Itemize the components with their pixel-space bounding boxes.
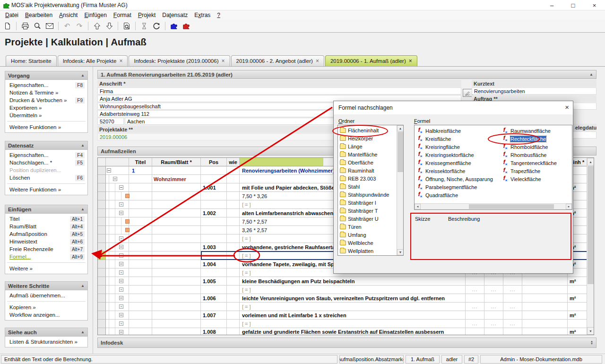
cell-raum[interactable] [152, 166, 201, 175]
cell-wie[interactable] [227, 320, 240, 328]
sidebar-item-freie-rechenzeile[interactable]: Freie RechenzeileAlt+7 [5, 245, 87, 253]
workflow-blue-puzzle-icon[interactable] [168, 21, 180, 31]
tree-cell[interactable]: » [106, 303, 129, 311]
folder-item-oberfläche[interactable]: Oberfläche [338, 158, 396, 166]
panel-header[interactable]: Einfügen▲ [5, 205, 87, 214]
tree-cell[interactable] [106, 311, 129, 320]
cell-d[interactable] [484, 277, 503, 286]
row-selector[interactable] [98, 217, 106, 226]
formula-item-öffnung-nische-aussparung[interactable]: f×Öffnung, Nische, Aussparung [415, 175, 500, 183]
tree-cell[interactable] [106, 175, 129, 183]
folder-item-wellbleche[interactable]: Wellbleche [338, 239, 396, 247]
cell-wie[interactable] [227, 183, 240, 192]
cell-d[interactable] [466, 294, 484, 303]
cell-pos[interactable] [201, 217, 227, 226]
tab-2019-00006-1-aufma-adler-[interactable]: 2019.00006 - 1. Aufmaß (adler)× [325, 55, 417, 66]
tree-collapse-icon[interactable] [119, 279, 123, 283]
cell-einh[interactable]: m² [568, 277, 588, 286]
cell-titel[interactable] [129, 311, 152, 320]
cell-raum[interactable] [152, 269, 201, 277]
sidebar-item-weitere-funktionen-[interactable]: Weitere Funktionen » [5, 186, 87, 193]
scroll-up-icon[interactable]: ▲ [587, 158, 594, 165]
cell-raum[interactable] [152, 286, 201, 294]
sidebar-item-löschen[interactable]: LöschenF6 [5, 174, 87, 182]
menu-item-ansicht[interactable]: Ansicht [56, 11, 81, 19]
cell-wie[interactable] [227, 234, 240, 243]
cell-mg[interactable] [522, 328, 568, 335]
cell-d[interactable]: ... [466, 303, 484, 311]
cell-d[interactable]: ... [466, 286, 484, 294]
cell-titel[interactable] [129, 277, 152, 286]
tab-infodesk-alle-projekte[interactable]: Infodesk: Alle Projekte× [58, 55, 128, 66]
menu-item-projekt[interactable]: Projekt [135, 11, 159, 19]
cell-raum[interactable] [152, 217, 201, 226]
menu-item-extras[interactable]: Extras [191, 11, 214, 19]
cell-wie[interactable] [227, 217, 240, 226]
cell-d[interactable]: ... [503, 286, 522, 294]
cell-pos[interactable] [201, 166, 227, 175]
cell-raum[interactable] [152, 328, 201, 335]
cell-raum[interactable] [152, 200, 201, 209]
scroll-down-icon[interactable]: ▼ [587, 327, 594, 335]
cell-einh[interactable] [568, 303, 588, 311]
cell-wie[interactable] [227, 260, 240, 269]
table-row[interactable]: »[ = ]......... [98, 303, 588, 311]
row-selector[interactable] [98, 328, 106, 335]
redo-icon[interactable]: ↷ [74, 21, 85, 31]
menu-item-format[interactable]: Format [110, 11, 135, 19]
panel-header[interactable]: Siehe auch▲ [5, 328, 87, 337]
tree-cell[interactable]: » [106, 320, 129, 328]
close-button[interactable]: × [584, 0, 605, 10]
formula-item-halbkreisfläche[interactable]: f×Halbkreisfläche [415, 127, 500, 135]
row-selector[interactable] [98, 234, 106, 243]
cell-raum[interactable] [152, 320, 201, 328]
cell-wie[interactable] [227, 251, 240, 260]
cell-titel[interactable] [129, 192, 152, 200]
collapse-icon[interactable]: ▲ [589, 72, 593, 77]
cell-mg[interactable] [522, 303, 568, 311]
row-selector[interactable] [98, 320, 106, 328]
sidebar-item-aufmaßposition[interactable]: AufmaßpositionAlt+5 [5, 230, 87, 238]
maximize-button[interactable]: □ [562, 0, 584, 10]
cell-text b[interactable]: leichte Verunreinigungen von Staub, vere… [240, 294, 466, 303]
minimize-button[interactable]: – [541, 0, 562, 10]
expand-collapse-icon[interactable]: ▲▼ [590, 340, 593, 345]
cell-d[interactable] [466, 311, 484, 320]
cell-titel[interactable] [129, 269, 152, 277]
tree-collapse-icon[interactable] [119, 262, 123, 266]
tree-leaf-icon[interactable] [125, 219, 130, 224]
formula-item-vieleckfläche[interactable]: f×Vieleckfläche [501, 175, 571, 183]
panel-header[interactable]: Weitere Schritte▲ [5, 282, 87, 290]
row-selector[interactable] [98, 192, 106, 200]
cell-titel[interactable] [129, 226, 152, 234]
row-selector[interactable] [98, 260, 106, 269]
cell-titel[interactable] [129, 217, 152, 226]
row-selector[interactable] [98, 311, 106, 320]
cell-einh[interactable] [568, 286, 588, 294]
cell-mg[interactable] [522, 294, 568, 303]
cell-pos[interactable] [201, 192, 227, 200]
cell-mg[interactable] [522, 286, 568, 294]
tree-cell[interactable] [106, 226, 129, 234]
cell-d[interactable]: ... [466, 320, 484, 328]
table-row[interactable]: 1.006leichte Verunreinigungen von Staub,… [98, 294, 588, 303]
cell-wie[interactable] [227, 200, 240, 209]
sidebar-item-eigenschaften-[interactable]: Eigenschaften...F4 [5, 151, 87, 159]
tree-collapse-icon[interactable] [119, 185, 123, 190]
horizontal-scrollbar[interactable]: ◄ ► [415, 203, 572, 209]
cell-titel[interactable] [129, 286, 152, 294]
collapse-icon[interactable]: ▲ [81, 284, 85, 288]
cell-pos[interactable] [201, 200, 227, 209]
tree-cell[interactable] [106, 260, 129, 269]
sidebar-item-titel[interactable]: TitelAlt+1 [5, 215, 87, 223]
folder-item-stahlträger-u[interactable]: Stahlträger U [338, 215, 396, 223]
tree-sum-icon[interactable]: » [119, 253, 123, 258]
tree-collapse-icon[interactable] [119, 313, 123, 317]
formula-item-quadratfläche[interactable]: f×Quadratfläche [415, 191, 500, 199]
folder-item-rauminhalt[interactable]: Rauminhalt [338, 166, 396, 174]
sidebar-item-nachschlagen-[interactable]: Nachschlagen... *F5 [5, 159, 87, 166]
tree-cell[interactable] [106, 277, 129, 286]
cell-raum[interactable] [152, 311, 201, 320]
tree-cell[interactable]: » [106, 234, 129, 243]
tree-sum-icon[interactable]: » [119, 287, 123, 292]
